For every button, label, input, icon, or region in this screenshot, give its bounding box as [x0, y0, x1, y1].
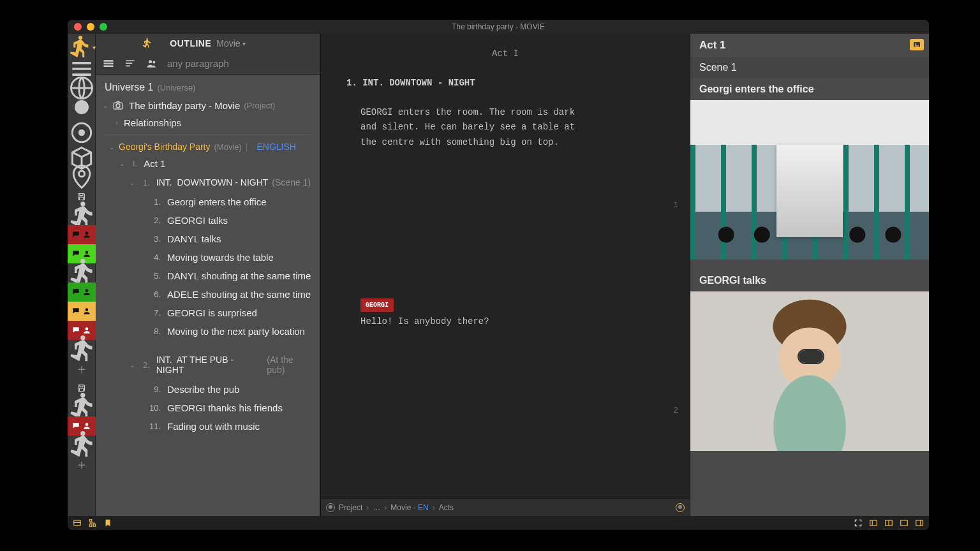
svg-rect-14 [104, 60, 114, 62]
svg-rect-28 [89, 520, 92, 522]
card-scene-title[interactable]: Scene 1 [690, 57, 929, 78]
tree-beat[interactable]: 8.Moving to the next party location [100, 322, 316, 341]
tree-movie[interactable]: ⌄ Georgi's Birthday Party (Movie) | ENGL… [100, 138, 316, 155]
outline-mode-dropdown[interactable]: Movie ▾ [216, 38, 245, 48]
act-action-icon-5[interactable] [68, 436, 96, 455]
settings-gear-icon[interactable] [676, 503, 685, 512]
sb-layout-3-icon[interactable] [900, 518, 909, 527]
beat-title: Describe the pub [167, 384, 239, 395]
tree-beat[interactable]: 5.DANYL shouting at the same time [100, 267, 316, 285]
chevron-down-icon[interactable]: ⌄ [101, 102, 110, 109]
sb-tree-icon[interactable] [88, 518, 97, 527]
card-1-title[interactable]: Georgi enters the office [690, 78, 929, 100]
svg-point-25 [915, 43, 916, 45]
sb-fullscreen-icon[interactable] [854, 518, 863, 527]
search-input[interactable] [167, 58, 313, 69]
chevron-down-icon[interactable]: ⌄ [117, 160, 126, 167]
beat-title: ADELE shouting at the same time [167, 289, 311, 300]
act-action-icon-2[interactable] [68, 263, 96, 283]
chevron-down-icon[interactable]: ⌄ [128, 179, 137, 186]
act-action-icon[interactable] [68, 206, 96, 225]
add-beat-button-1[interactable]: ＋ [68, 359, 96, 378]
beat-title: DANYL shouting at the same time [167, 270, 311, 281]
editor-character-tag: GEORGI [360, 298, 394, 312]
tree-act[interactable]: ⌄ I. Act 1 [100, 155, 316, 172]
tree-project[interactable]: ⌄ The birthday party - Movie (Project) [100, 96, 316, 114]
sb-layout-2-icon[interactable] [884, 518, 893, 527]
breadcrumb-movie[interactable]: Movie - EN [390, 503, 428, 512]
card-1-image[interactable] [690, 100, 929, 260]
breadcrumb-more[interactable]: … [373, 503, 380, 512]
tree-beat[interactable]: 4.Moving towards the table [100, 248, 316, 267]
target-icon[interactable] [68, 123, 96, 142]
breadcrumb-project[interactable]: Project [339, 503, 362, 512]
add-beat-button-2[interactable]: ＋ [68, 455, 96, 474]
page-number-1: 1 [673, 198, 678, 212]
runner-menu-icon[interactable]: ▾ [68, 38, 96, 57]
act-action-icon-3[interactable] [68, 340, 96, 359]
tree-beat[interactable]: 6.ADELE shouting at the same time [100, 285, 316, 304]
divider [105, 135, 311, 135]
tree-scene-1[interactable]: ⌄ 1. INT. DOWNTOWN - NIGHT (Scene 1) [100, 172, 316, 193]
tree-relationships[interactable]: › Relationships [100, 114, 316, 131]
sb-layout-4-icon[interactable] [915, 518, 924, 527]
beat-title: Georgi enters the office [167, 196, 267, 207]
svg-point-7 [78, 171, 84, 177]
chevron-down-icon[interactable]: ⌄ [128, 362, 137, 369]
sb-card-icon[interactable] [73, 518, 82, 527]
act-dialog-icon-4[interactable] [68, 302, 96, 321]
script-editor[interactable]: Act I 1. INT. DOWNTOWN - NIGHT GEORGI en… [320, 34, 690, 516]
language-tag[interactable]: ENGLISH [257, 142, 296, 152]
card-act-title[interactable]: Act 1 [690, 34, 929, 57]
tree-beat[interactable]: 1.Georgi enters the office [100, 193, 316, 211]
card-2-image[interactable] [690, 291, 929, 451]
circle-icon[interactable] [68, 98, 96, 117]
beat-number: 10. [147, 403, 161, 413]
beat-number: 1. [147, 197, 161, 207]
camera-icon [112, 99, 124, 111]
svg-point-4 [75, 100, 89, 114]
outline-options-icon[interactable] [142, 38, 152, 48]
svg-point-6 [79, 130, 84, 135]
act-action-icon-4[interactable] [68, 397, 96, 416]
tree-beat[interactable]: 3.DANYL talks [100, 230, 316, 248]
storyboard-panel: Act 1 Scene 1 Georgi enters the office G… [690, 34, 929, 516]
svg-point-23 [116, 104, 120, 108]
sb-bookmark-icon[interactable] [103, 518, 112, 527]
tree-beat[interactable]: 2.GEORGI talks [100, 211, 316, 230]
act-dialog-icon-3[interactable] [68, 283, 96, 302]
tree-beat[interactable]: 7.GEORGI is surprised [100, 304, 316, 322]
beat-number: 7. [147, 308, 161, 318]
svg-rect-10 [79, 197, 83, 200]
beat-number: 3. [147, 234, 161, 244]
breadcrumb-acts[interactable]: Acts [439, 503, 454, 512]
tree-beat[interactable]: 11.Fading out with music [100, 417, 316, 436]
editor-dialog-text: Hello! Is anybody there? [360, 314, 664, 330]
svg-rect-15 [104, 62, 114, 64]
tree-beat[interactable]: 9.Describe the pub [100, 380, 316, 399]
beat-title: Moving to the next party location [167, 326, 305, 337]
card-2-title[interactable]: GEORGI talks [690, 270, 929, 291]
view-compact-icon[interactable] [124, 57, 137, 70]
tree-universe[interactable]: Universe 1 (Universe) [100, 78, 316, 96]
view-list-icon[interactable] [102, 57, 115, 70]
chevron-right-icon[interactable]: › [112, 119, 121, 126]
target-icon[interactable] [326, 503, 335, 512]
svg-rect-16 [104, 65, 114, 67]
svg-point-21 [152, 61, 155, 63]
beat-number: 9. [147, 385, 161, 394]
beat-number: 8. [147, 327, 161, 336]
beat-title: GEORGI thanks his friends [167, 402, 283, 413]
tree-scene-2[interactable]: ⌄ 2. INT. AT THE PUB - NIGHT (At the pub… [100, 349, 316, 380]
people-icon[interactable] [145, 57, 158, 70]
breadcrumb: Project› …› Movie - EN› Acts [321, 498, 690, 516]
page-number-2: 2 [673, 404, 678, 418]
act-dialog-icon-1[interactable] [68, 225, 96, 244]
tree-beat[interactable]: 10.GEORGI thanks his friends [100, 399, 316, 417]
image-mode-icon[interactable] [910, 39, 924, 50]
svg-rect-30 [93, 524, 96, 527]
status-bar [68, 516, 929, 530]
pin-icon[interactable] [68, 168, 96, 187]
chevron-down-icon[interactable]: ⌄ [107, 143, 116, 151]
sb-layout-1-icon[interactable] [869, 518, 878, 527]
